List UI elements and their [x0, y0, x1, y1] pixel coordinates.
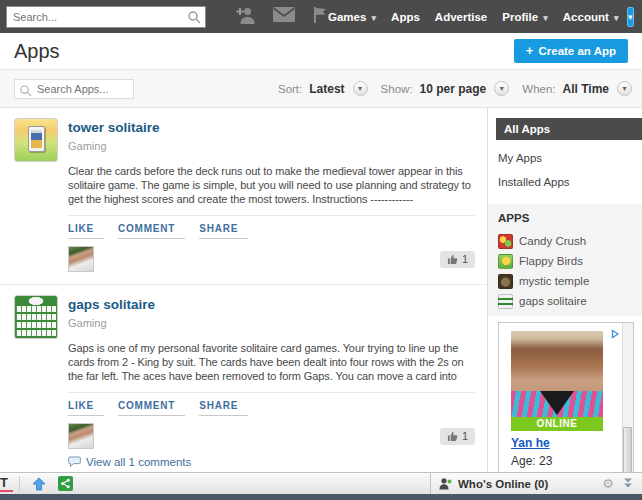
filter-bar: Sort: Latest ▾ Show: 10 per page ▾ When:…	[0, 70, 642, 108]
global-search-input[interactable]	[6, 6, 206, 28]
like-count-badge[interactable]: 1	[440, 251, 475, 268]
nav-apps[interactable]: Apps	[391, 11, 420, 23]
text-tool-icon[interactable]: T	[0, 476, 13, 492]
sidebar-app-mystic-temple[interactable]: mystic temple	[488, 271, 642, 291]
ad-profile-name-link[interactable]: Yan he	[511, 436, 633, 450]
view-comments-link[interactable]: View all 1 comments	[86, 456, 191, 468]
chevron-down-icon: ▾	[628, 12, 633, 22]
sidebar-app-gaps-solitaire[interactable]: gaps solitaire	[488, 291, 642, 311]
candy-crush-icon	[498, 234, 513, 249]
like-count: 1	[462, 430, 468, 442]
app-card-tower-solitaire: tower solitaire Gaming Clear the cards b…	[0, 108, 487, 284]
when-label: When:	[522, 83, 555, 95]
sidebar-item-my-apps[interactable]: My Apps	[498, 152, 634, 164]
bottom-strip	[0, 494, 642, 500]
like-count-badge[interactable]: 1	[440, 428, 475, 445]
scroll-top-icon[interactable]	[32, 477, 46, 491]
speech-bubble-icon	[68, 456, 81, 468]
whos-online-label: Who's Online (0)	[458, 478, 548, 490]
status-bar: T Who's Online (0) ⚙	[0, 472, 642, 494]
comments-row: View all 1 comments	[68, 456, 475, 468]
liker-avatar[interactable]	[68, 423, 94, 449]
messages-icon[interactable]	[273, 7, 295, 26]
online-status-badge: ONLINE	[511, 417, 603, 431]
advertisement: ONLINE Yan he Age: 23	[498, 322, 634, 472]
sidebar-app-label: gaps solitaire	[519, 295, 587, 307]
sidebar: All Apps My Apps Installed Apps APPS Can…	[487, 108, 642, 472]
search-icon	[187, 10, 201, 28]
gaps-solitaire-icon	[498, 294, 513, 309]
app-description: Clear the cards before the deck runs out…	[68, 164, 475, 206]
show-value[interactable]: 10 per page	[420, 82, 487, 96]
whos-online-dock[interactable]: Who's Online (0) ⚙	[430, 473, 642, 494]
apps-search	[14, 79, 134, 99]
page-header: Apps + Create an App	[0, 33, 642, 70]
collapse-dock-icon[interactable]	[622, 475, 634, 493]
liker-avatar[interactable]	[68, 246, 94, 272]
app-category: Gaming	[68, 140, 475, 152]
app-thumbnail[interactable]	[14, 118, 58, 162]
sidebar-app-flappy-birds[interactable]: Flappy Birds	[488, 251, 642, 271]
apps-search-input[interactable]	[14, 79, 134, 99]
nav-advertise[interactable]: Advertise	[435, 11, 487, 23]
more-menu-button[interactable]: ▾	[627, 7, 634, 27]
content-area: tower solitaire Gaming Clear the cards b…	[0, 108, 642, 472]
search-icon	[19, 83, 32, 101]
like-button[interactable]: LIKE	[68, 400, 104, 416]
ad-scrollbar-thumb[interactable]	[623, 427, 632, 472]
topbar-icon-group	[236, 5, 328, 29]
app-title-link[interactable]: gaps solitaire	[68, 297, 155, 312]
divider	[19, 476, 20, 492]
sort-value[interactable]: Latest	[309, 82, 344, 96]
nav-account[interactable]: Account ▾	[563, 11, 619, 23]
app-title-link[interactable]: tower solitaire	[68, 120, 160, 135]
like-button[interactable]: LIKE	[68, 223, 104, 239]
flappy-birds-icon	[498, 254, 513, 269]
chevron-down-icon: ▾	[543, 13, 548, 23]
apps-section-header: APPS	[488, 204, 642, 231]
add-friend-icon[interactable]	[236, 5, 256, 29]
plus-icon: +	[526, 46, 534, 56]
gear-icon[interactable]: ⚙	[602, 477, 614, 490]
chevron-down-icon: ▾	[614, 13, 619, 23]
adchoices-icon[interactable]	[610, 325, 620, 343]
show-dropdown-button[interactable]: ▾	[494, 81, 509, 96]
sort-label: Sort:	[278, 83, 302, 95]
nav-games[interactable]: Games ▾	[328, 11, 376, 23]
page: Games ▾ Apps Advertise Profile ▾ Account…	[0, 0, 642, 500]
ad-profile-photo[interactable]: ONLINE	[511, 331, 603, 431]
thumbs-up-icon	[447, 431, 458, 442]
comment-button[interactable]: COMMENT	[118, 400, 185, 416]
share-button[interactable]: SHARE	[199, 223, 248, 239]
share-this-icon[interactable]	[58, 476, 73, 491]
app-card-gaps-solitaire: gaps solitaire Gaming Gaps is one of my …	[0, 284, 487, 472]
sidebar-apps-block: APPS Candy Crush Flappy Birds mystic tem…	[488, 204, 642, 316]
when-value[interactable]: All Time	[563, 82, 609, 96]
flag-icon[interactable]	[312, 6, 328, 28]
thumbs-up-icon	[447, 254, 458, 265]
social-row: 1	[68, 246, 475, 272]
when-dropdown-button[interactable]: ▾	[617, 81, 632, 96]
sidebar-app-label: mystic temple	[519, 275, 589, 287]
sidebar-item-installed-apps[interactable]: Installed Apps	[498, 176, 634, 188]
like-count: 1	[462, 253, 468, 265]
sidebar-app-label: Flappy Birds	[519, 255, 583, 267]
comment-button[interactable]: COMMENT	[118, 223, 185, 239]
show-label: Show:	[381, 83, 413, 95]
app-description: Gaps is one of my personal favorite soli…	[68, 341, 475, 383]
top-navbar: Games ▾ Apps Advertise Profile ▾ Account…	[0, 0, 642, 33]
main-nav: Games ▾ Apps Advertise Profile ▾ Account…	[328, 11, 619, 23]
sidebar-item-all-apps[interactable]: All Apps	[496, 118, 642, 140]
ad-scrollbar[interactable]	[622, 323, 633, 472]
sidebar-app-candy-crush[interactable]: Candy Crush	[488, 231, 642, 251]
global-search	[6, 6, 206, 28]
nav-profile[interactable]: Profile ▾	[502, 11, 548, 23]
create-app-button[interactable]: + Create an App	[514, 39, 628, 63]
mystic-temple-icon	[498, 274, 513, 289]
app-category: Gaming	[68, 317, 475, 329]
sort-dropdown-button[interactable]: ▾	[353, 81, 368, 96]
chevron-down-icon: ▾	[358, 84, 362, 93]
sidebar-app-label: Candy Crush	[519, 235, 586, 247]
app-thumbnail[interactable]	[14, 295, 58, 339]
share-button[interactable]: SHARE	[199, 400, 248, 416]
